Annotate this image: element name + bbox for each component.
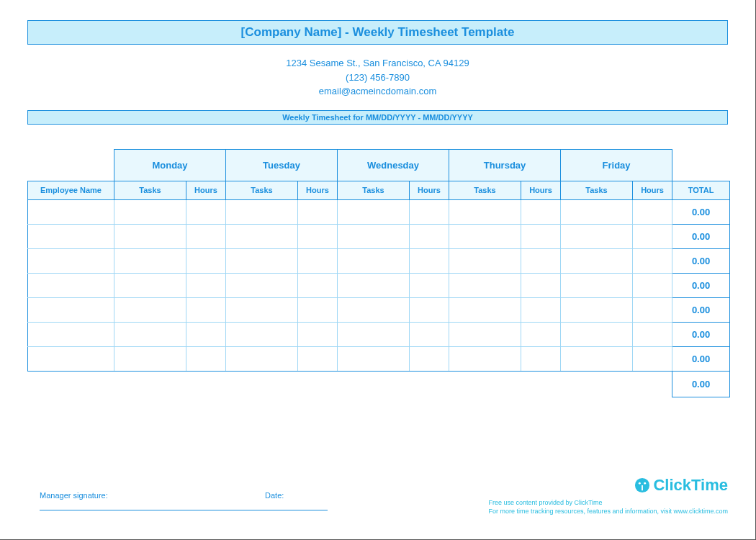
header-employee: Employee Name [28,181,114,199]
cell[interactable] [298,248,338,273]
cell[interactable] [561,322,633,346]
cell[interactable] [561,273,633,297]
cell[interactable] [114,346,186,371]
cell[interactable] [561,248,633,273]
cell[interactable] [410,224,449,248]
cell[interactable] [449,248,521,273]
cell[interactable] [338,199,410,224]
table-row: 0.00 [28,248,730,273]
cell[interactable] [410,248,449,273]
cell[interactable] [449,199,521,224]
cell[interactable] [561,199,633,224]
row-total: 0.00 [672,224,730,248]
cell[interactable] [186,322,226,346]
cell[interactable] [410,297,449,322]
cell[interactable] [449,297,521,322]
cell[interactable] [521,297,561,322]
cell[interactable] [186,224,226,248]
header-thursday: Thursday [449,149,561,181]
cell[interactable] [186,273,226,297]
cell[interactable] [28,346,114,371]
cell[interactable] [449,346,521,371]
cell[interactable] [338,322,410,346]
cell[interactable] [338,248,410,273]
cell[interactable] [28,224,114,248]
cell[interactable] [410,346,449,371]
cell[interactable] [114,322,186,346]
cell[interactable] [338,346,410,371]
cell[interactable] [449,273,521,297]
cell[interactable] [226,248,298,273]
timesheet-range: Weekly Timesheet for MM/DD/YYYY - MM/DD/… [282,113,473,122]
cell[interactable] [633,346,672,371]
cell[interactable] [226,273,298,297]
cell[interactable] [561,224,633,248]
cell[interactable] [338,224,410,248]
grand-spacer [28,371,672,397]
cell[interactable] [114,224,186,248]
cell[interactable] [633,224,672,248]
date-label: Date: [265,491,284,500]
cell[interactable] [338,297,410,322]
cell[interactable] [633,248,672,273]
cell[interactable] [561,346,633,371]
cell[interactable] [114,273,186,297]
cell[interactable] [410,273,449,297]
cell[interactable] [114,199,186,224]
cell[interactable] [561,297,633,322]
clock-icon [634,477,650,493]
cell[interactable] [186,346,226,371]
cell[interactable] [226,199,298,224]
cell[interactable] [521,199,561,224]
timesheet-range-bar: Weekly Timesheet for MM/DD/YYYY - MM/DD/… [27,110,728,125]
cell[interactable] [410,322,449,346]
cell[interactable] [186,248,226,273]
cell[interactable] [298,297,338,322]
header-thu-tasks: Tasks [449,181,521,199]
header-wednesday: Wednesday [338,149,449,181]
cell[interactable] [298,322,338,346]
cell[interactable] [521,273,561,297]
cell[interactable] [28,248,114,273]
cell[interactable] [28,199,114,224]
signature-label: Manager signature: [40,491,263,500]
svg-point-1 [639,482,641,485]
company-info: 1234 Sesame St., San Francisco, CA 94129… [27,56,728,99]
cell[interactable] [449,322,521,346]
cell[interactable] [338,273,410,297]
cell[interactable] [633,322,672,346]
header-blank-right [672,149,730,181]
cell[interactable] [633,273,672,297]
cell[interactable] [114,297,186,322]
cell[interactable] [521,322,561,346]
cell[interactable] [633,199,672,224]
row-total: 0.00 [672,248,730,273]
brand-name: ClickTime [653,474,728,497]
cell[interactable] [298,224,338,248]
header-mon-tasks: Tasks [114,181,186,199]
cell[interactable] [298,199,338,224]
cell[interactable] [226,224,298,248]
header-fri-tasks: Tasks [561,181,633,199]
table-row: 0.00 [28,322,730,346]
cell[interactable] [521,224,561,248]
cell[interactable] [449,224,521,248]
cell[interactable] [28,297,114,322]
cell[interactable] [28,322,114,346]
cell[interactable] [298,273,338,297]
header-tue-tasks: Tasks [226,181,298,199]
cell[interactable] [226,297,298,322]
cell[interactable] [114,248,186,273]
cell[interactable] [521,248,561,273]
cell[interactable] [226,322,298,346]
header-wed-hours: Hours [410,181,449,199]
cell[interactable] [186,297,226,322]
cell[interactable] [226,346,298,371]
cell[interactable] [410,199,449,224]
cell[interactable] [186,199,226,224]
cell[interactable] [298,346,338,371]
cell[interactable] [633,297,672,322]
cell[interactable] [521,346,561,371]
cell[interactable] [28,273,114,297]
timesheet-table: Monday Tuesday Wednesday Thursday Friday… [27,149,730,397]
